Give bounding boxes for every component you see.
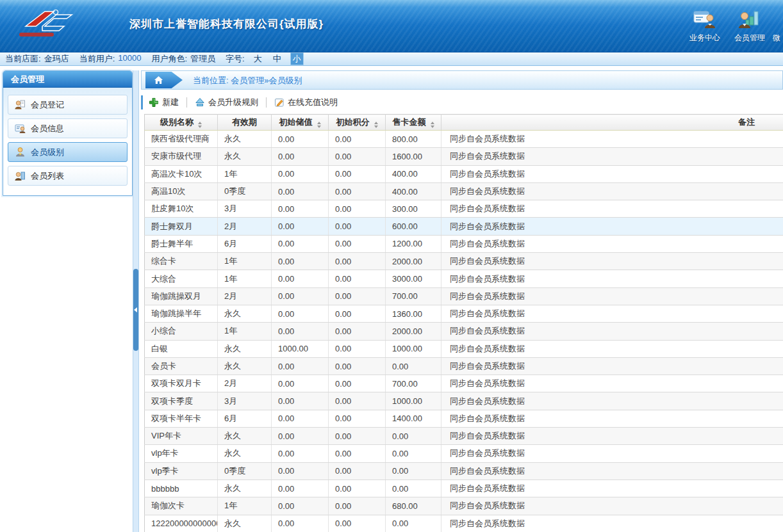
table-cell: 同步自会员系统数据 [441,480,783,497]
table-cell: 同步自会员系统数据 [441,218,783,235]
table-row[interactable]: 12220000000000000永久0.000.000.00同步自会员系统数据 [145,515,783,532]
nav-business-center[interactable]: 业务中心 [682,8,728,44]
table-cell: VIP年卡 [145,428,218,445]
table-row[interactable]: 高温次卡10次1年0.000.00400.00同步自会员系统数据 [145,165,783,182]
table-row[interactable]: vlp季卡0季度0.000.000.00同步自会员系统数据 [145,462,783,480]
member-list-icon [15,170,26,181]
table-cell: 1年 [218,270,272,287]
table-cell: 同步自会员系统数据 [441,392,783,410]
table-cell: 0.00 [329,165,386,182]
table-row[interactable]: VIP年卡永久0.000.000.00同步自会员系统数据 [145,428,783,445]
table-cell: 0.00 [329,200,386,218]
fontsize-option-medium[interactable]: 中 [271,53,283,65]
table-cell: 0.00 [386,445,441,462]
status-bar: 当前店面: 金玛店 当前用户: 10000 用户角色: 管理员 字号: 大 中 … [0,52,783,66]
sidebar-item-member-register[interactable]: 会员登记 [8,95,128,115]
table-cell: 0.00 [272,392,329,410]
table-cell: 同步自会员系统数据 [441,445,783,462]
nav-member-management[interactable]: 会员管理 [727,8,773,44]
sidebar-item-member-level[interactable]: 会员级别 [8,142,128,162]
table-cell: 680.00 [386,497,441,515]
online-recharge-notes-label: 在线充值说明 [288,97,338,108]
new-button[interactable]: 新建 [149,97,179,108]
table-row[interactable]: 瑜伽跳操双月2月0.000.00700.00同步自会员系统数据 [145,287,783,305]
table-cell: 0.00 [329,323,386,340]
sort-arrows-icon[interactable] [431,122,434,128]
table-row[interactable]: 爵士舞半年6月0.000.001200.00同步自会员系统数据 [145,235,783,252]
table-row[interactable]: 陕西省级代理商永久0.000.00800.00同步自会员系统数据 [145,131,783,148]
member-upgrade-rules-button[interactable]: 会员升级规则 [195,97,258,108]
table-cell: 400.00 [386,165,441,182]
sidebar-item-member-info[interactable]: 会员信息 [8,118,128,138]
table-row[interactable]: 白银永久1000.000.001000.00同步自会员系统数据 [145,340,783,357]
sidebar-item-member-list[interactable]: 会员列表 [8,166,128,186]
table-row[interactable]: 爵士舞双月2月0.000.00600.00同步自会员系统数据 [145,218,783,235]
table-cell: 0.00 [272,165,329,182]
table-cell: bbbbbb [145,480,218,497]
breadcrumb-link-member-management[interactable]: 会员管理 [231,76,264,85]
column-header-label: 售卡金额 [393,117,426,127]
column-header[interactable]: 级别名称 [145,115,218,131]
sort-arrows-icon[interactable] [317,122,321,128]
table-cell: 永久 [218,357,272,375]
column-header[interactable]: 初始储值 [272,115,329,131]
online-recharge-notes-button[interactable]: 在线充值说明 [274,97,338,108]
table-cell: 2000.00 [386,323,441,340]
member-info-icon [15,123,26,134]
panel-splitter[interactable] [133,70,139,532]
nav-label: 会员管理 [734,33,765,44]
table-row[interactable]: 会员卡永久0.000.000.00同步自会员系统数据 [145,357,783,375]
table-row[interactable]: 大综合1年0.000.003000.00同步自会员系统数据 [145,270,783,287]
table-cell: 肚皮舞10次 [145,200,218,218]
sort-arrows-icon[interactable] [374,122,378,128]
table-cell: 安康市级代理 [145,148,218,165]
sidebar-title: 会员管理 [3,71,132,88]
table-cell: 爵士舞双月 [145,218,218,235]
table-cell: 0.00 [272,200,329,218]
table-cell: 0.00 [329,410,386,427]
table-cell: 0.00 [272,270,329,287]
member-upgrade-rules-label: 会员升级规则 [208,97,258,108]
table-cell: 同步自会员系统数据 [441,375,783,392]
splitter-collapse-handle[interactable] [133,269,138,351]
fontsize-option-small[interactable]: 小 [290,52,304,65]
table-row[interactable]: 综合卡1年0.000.002000.00同步自会员系统数据 [145,253,783,270]
table-cell: 0.00 [329,497,386,515]
table-cell: 1000.00 [386,392,441,410]
table-cell: 700.00 [386,287,441,305]
table-cell: 800.00 [386,131,441,148]
table-row[interactable]: bbbbbb永久0.000.000.00同步自会员系统数据 [145,480,783,497]
fontsize-option-large[interactable]: 大 [252,53,264,65]
table-row[interactable]: 瑜伽次卡1年0.000.00680.00同步自会员系统数据 [145,497,783,515]
breadcrumb-label: 当前位置: [193,76,229,85]
table-cell: 0.00 [329,515,386,532]
table-row[interactable]: 双项卡双月卡2月0.000.00700.00同步自会员系统数据 [145,375,783,392]
table-cell: 0.00 [329,357,386,375]
breadcrumb-link-member-level[interactable]: 会员级别 [268,76,302,85]
sort-arrows-icon[interactable] [198,122,202,128]
column-header[interactable]: 售卡金额 [386,115,441,131]
app-title: 深圳市上誉智能科技有限公司{试用版} [129,17,324,31]
toolbar-accent-bar [141,95,143,109]
table-row[interactable]: 小综合1年0.000.002000.00同步自会员系统数据 [145,323,783,340]
table-row[interactable]: 安康市级代理永久0.000.001600.00同步自会员系统数据 [145,148,783,165]
table-cell: 0.00 [272,182,329,200]
table-row[interactable]: vlp年卡永久0.000.000.00同步自会员系统数据 [145,445,783,462]
table-cell: 1年 [218,253,272,270]
table-row[interactable]: 双项卡季度3月0.000.001000.00同步自会员系统数据 [145,392,783,410]
table-cell: 400.00 [386,182,441,200]
nav-label: 业务中心 [689,33,720,44]
table-cell: vlp年卡 [145,445,218,462]
table-cell: 2月 [218,375,272,392]
table-row[interactable]: 瑜伽跳操半年永久0.000.001360.00同步自会员系统数据 [145,305,783,322]
table-cell: 3月 [218,200,272,218]
home-button[interactable] [145,72,183,88]
table-row[interactable]: 双项卡半年卡6月0.000.001400.00同步自会员系统数据 [145,410,783,427]
table-row[interactable]: 肚皮舞10次3月0.000.00300.00同步自会员系统数据 [145,200,783,218]
nav-clipped-item[interactable]: 微 [773,8,783,44]
table-cell: 永久 [218,131,272,148]
column-header[interactable]: 初始积分 [329,115,386,131]
table-cell: 0.00 [329,131,386,148]
table-row[interactable]: 高温10次0季度0.000.00400.00同步自会员系统数据 [145,182,783,200]
table-cell: 高温次卡10次 [145,165,218,182]
